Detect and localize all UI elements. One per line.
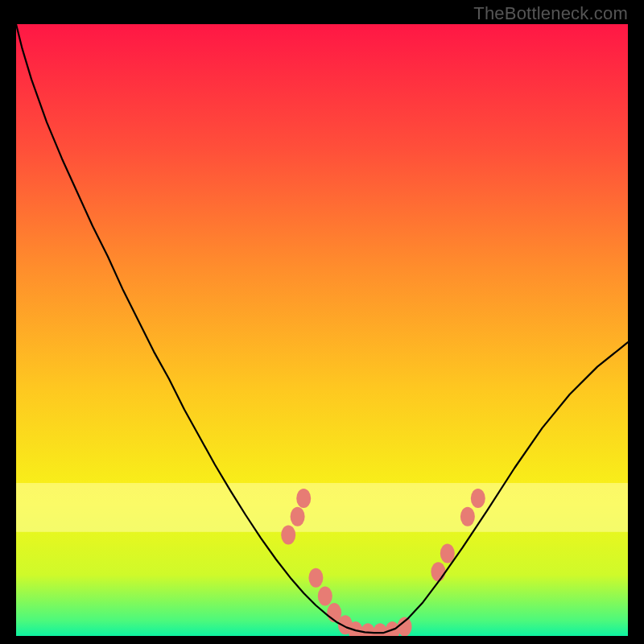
salmon-dot [318, 587, 332, 606]
gradient-bg [16, 24, 628, 636]
salmon-dot [398, 617, 412, 636]
chart-stage: TheBottleneck.com [0, 0, 644, 644]
salmon-dot [308, 568, 323, 588]
salmon-dot [296, 489, 311, 508]
chart-svg [16, 24, 628, 636]
salmon-dot [460, 507, 475, 526]
plot-area [16, 24, 628, 636]
watermark-text: TheBottleneck.com [473, 3, 628, 24]
salmon-dot [281, 526, 295, 545]
salmon-dot [431, 562, 445, 581]
salmon-dot [471, 489, 485, 508]
bright-band [16, 483, 628, 532]
salmon-dot [440, 543, 455, 563]
salmon-dot [291, 507, 305, 526]
